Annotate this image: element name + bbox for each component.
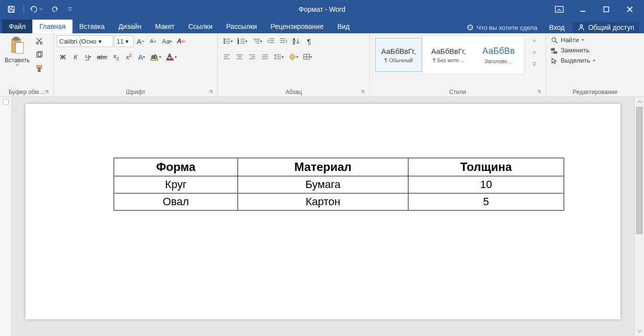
chevron-down-icon[interactable]: ▾ bbox=[98, 38, 102, 45]
table-cell[interactable]: 10 bbox=[408, 176, 564, 193]
style-gallery-nav bbox=[528, 35, 540, 70]
share-button[interactable]: Общий доступ bbox=[572, 22, 639, 33]
copy-button[interactable] bbox=[33, 49, 45, 61]
style-up-button[interactable] bbox=[528, 35, 540, 46]
ribbon-display-options-button[interactable] bbox=[548, 0, 571, 18]
ruler-toggle[interactable] bbox=[3, 99, 9, 105]
svg-point-36 bbox=[224, 43, 225, 44]
replace-button[interactable]: abac Заменить bbox=[551, 47, 595, 54]
change-case-button[interactable]: Aa▾ bbox=[160, 35, 174, 47]
numbering-button[interactable]: 123▾ bbox=[236, 35, 249, 47]
document-table[interactable]: Форма Материал Толщина Круг Бумага 10 Ов… bbox=[114, 158, 564, 211]
font-name-combo[interactable]: Calibri (Осно ▾ bbox=[57, 35, 113, 47]
table-cell[interactable]: Картон bbox=[238, 193, 408, 211]
style-expand-button[interactable] bbox=[528, 59, 540, 70]
table-cell[interactable]: 5 bbox=[408, 193, 564, 211]
group-label-clipboard: Буфер обм… bbox=[3, 87, 50, 96]
scroll-down-button[interactable] bbox=[635, 326, 644, 336]
superscript-button[interactable]: x2 bbox=[123, 51, 135, 63]
group-font: Calibri (Осно ▾ 11 ▾ A A Aa▾ A Ж К Ч▾ ab… bbox=[54, 33, 218, 96]
vertical-scrollbar[interactable] bbox=[634, 97, 644, 336]
grow-font-button[interactable]: A bbox=[135, 35, 146, 47]
style-heading1[interactable]: АаБбВв Заголово… bbox=[475, 38, 522, 72]
svg-text:ac: ac bbox=[553, 50, 557, 54]
tab-review[interactable]: Рецензирование bbox=[264, 20, 331, 33]
tab-design[interactable]: Дизайн bbox=[112, 20, 148, 33]
maximize-button[interactable] bbox=[595, 0, 618, 18]
shrink-font-button[interactable]: A bbox=[147, 35, 159, 47]
underline-button[interactable]: Ч▾ bbox=[82, 51, 94, 63]
borders-button[interactable]: ▾ bbox=[301, 51, 314, 63]
close-button[interactable] bbox=[619, 0, 641, 18]
scroll-up-button[interactable] bbox=[635, 97, 644, 107]
tab-mailings[interactable]: Рассылки bbox=[219, 20, 264, 33]
subscript-button[interactable]: x2 bbox=[110, 51, 122, 63]
table-cell[interactable]: Бумага bbox=[238, 176, 408, 193]
tab-references[interactable]: Ссылки bbox=[181, 20, 219, 33]
svg-point-19 bbox=[40, 42, 42, 44]
table-header-cell[interactable]: Толщина bbox=[408, 158, 564, 176]
font-launcher[interactable] bbox=[208, 89, 214, 95]
style-down-button[interactable] bbox=[528, 47, 540, 58]
multilevel-list-button[interactable]: ▾ bbox=[250, 35, 264, 47]
group-label-editing: Редактирование bbox=[549, 87, 641, 96]
document-page[interactable]: Форма Материал Толщина Круг Бумага 10 Ов… bbox=[25, 104, 620, 319]
paste-button[interactable]: Вставить bbox=[3, 35, 31, 68]
svg-rect-2 bbox=[9, 10, 13, 12]
bullets-button[interactable]: ▾ bbox=[221, 35, 235, 47]
save-button[interactable] bbox=[3, 2, 20, 17]
clipboard-launcher[interactable] bbox=[44, 89, 49, 95]
style-no-spacing[interactable]: АаБбВвГг, ¶ Без инте… bbox=[425, 38, 472, 72]
show-marks-button[interactable]: ¶ bbox=[303, 35, 315, 47]
table-cell[interactable]: Овал bbox=[114, 193, 238, 211]
line-spacing-button[interactable]: ▾ bbox=[272, 51, 286, 63]
italic-button[interactable]: К bbox=[70, 51, 81, 63]
shading-button[interactable]: ▾ bbox=[286, 51, 300, 63]
table-row[interactable]: Овал Картон 5 bbox=[114, 193, 564, 211]
cut-button[interactable] bbox=[33, 35, 45, 47]
tab-view[interactable]: Вид bbox=[331, 20, 357, 33]
styles-launcher[interactable] bbox=[536, 89, 542, 95]
sign-in-button[interactable]: Вход bbox=[545, 22, 569, 33]
paragraph-launcher[interactable] bbox=[359, 89, 365, 95]
table-header-cell[interactable]: Материал bbox=[238, 158, 408, 176]
scroll-track[interactable] bbox=[635, 107, 644, 326]
minimize-button[interactable] bbox=[572, 0, 594, 18]
highlight-button[interactable]: ab▾ bbox=[148, 51, 163, 63]
sort-button[interactable]: AZ bbox=[290, 35, 302, 47]
strikethrough-button[interactable]: abc bbox=[95, 51, 109, 63]
align-left-button[interactable] bbox=[221, 51, 233, 63]
find-button[interactable]: Найти ▾ bbox=[551, 36, 595, 44]
tab-insert[interactable]: Вставка bbox=[72, 20, 112, 33]
tab-file[interactable]: Файл bbox=[2, 20, 32, 33]
svg-text:A: A bbox=[177, 38, 181, 45]
undo-button[interactable] bbox=[28, 2, 45, 17]
table-cell[interactable]: Круг bbox=[114, 176, 238, 193]
table-header-row[interactable]: Форма Материал Толщина bbox=[114, 158, 564, 176]
format-painter-button[interactable] bbox=[33, 63, 45, 74]
increase-indent-button[interactable] bbox=[278, 35, 289, 47]
tab-layout[interactable]: Макет bbox=[148, 20, 182, 33]
decrease-indent-button[interactable] bbox=[265, 35, 277, 47]
clear-formatting-button[interactable]: A bbox=[175, 35, 188, 47]
table-header-cell[interactable]: Форма bbox=[114, 158, 238, 176]
font-color-button[interactable]: A▾ bbox=[164, 51, 179, 63]
bold-button[interactable]: Ж bbox=[57, 51, 69, 63]
text-effects-button[interactable]: A▾ bbox=[136, 51, 147, 63]
scroll-thumb[interactable] bbox=[636, 107, 643, 234]
group-styles: АаБбВвГг, ¶ Обычный АаБбВвГг, ¶ Без инте… bbox=[370, 33, 546, 96]
table-row[interactable]: Круг Бумага 10 bbox=[114, 176, 564, 193]
chevron-down-icon[interactable]: ▾ bbox=[125, 38, 129, 45]
tell-me-search[interactable]: Что вы хотите сдела bbox=[463, 22, 541, 33]
svg-text:A: A bbox=[293, 38, 295, 41]
qat-customize-button[interactable] bbox=[65, 2, 75, 17]
tab-home[interactable]: Главная bbox=[32, 20, 72, 33]
group-label-paragraph: Абзац bbox=[221, 87, 366, 96]
justify-button[interactable] bbox=[259, 51, 271, 63]
redo-button[interactable] bbox=[47, 2, 63, 17]
select-button[interactable]: Выделить ▾ bbox=[551, 57, 595, 64]
font-size-combo[interactable]: 11 ▾ bbox=[114, 35, 134, 47]
align-center-button[interactable] bbox=[234, 51, 245, 63]
style-normal[interactable]: АаБбВвГг, ¶ Обычный bbox=[375, 38, 422, 72]
align-right-button[interactable] bbox=[246, 51, 258, 63]
